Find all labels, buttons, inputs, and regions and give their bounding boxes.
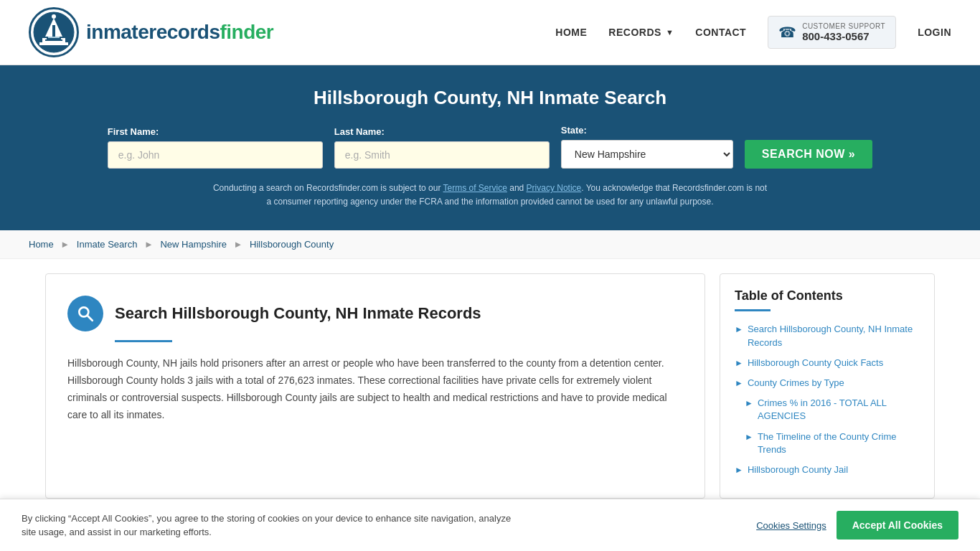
- main-nav: HOME RECORDS ▼ CONTACT ☎ CUSTOMER SUPPOR…: [555, 16, 951, 49]
- logo-text: inmaterecordsfinder: [86, 21, 273, 44]
- article-body: Hillsborough County, NH jails hold priso…: [67, 355, 683, 423]
- toc-item-timeline[interactable]: ► The Timeline of the County Crime Trend…: [745, 430, 920, 456]
- support-label: CUSTOMER SUPPORT: [802, 22, 885, 30]
- main-content: Search Hillsborough County, NH Inmate Re…: [31, 273, 949, 499]
- breadcrumb-hillsborough: Hillsborough County: [250, 239, 334, 250]
- svg-rect-6: [47, 38, 61, 39]
- article-title-underline: [115, 340, 172, 342]
- nav-login[interactable]: LOGIN: [918, 27, 951, 38]
- toc-box: Table of Contents ► Search Hillsborough …: [720, 273, 935, 499]
- sidebar: Table of Contents ► Search Hillsborough …: [720, 273, 935, 499]
- search-button[interactable]: SEARCH NOW »: [745, 140, 872, 169]
- site-header: inmaterecordsfinder HOME RECORDS ▼ CONTA…: [0, 0, 980, 65]
- nav-home[interactable]: HOME: [555, 27, 587, 38]
- breadcrumb: Home ► Inmate Search ► New Hampshire ► H…: [0, 230, 980, 259]
- chevron-right-icon-6: ►: [735, 465, 743, 475]
- svg-line-10: [88, 316, 93, 321]
- headset-icon: ☎: [778, 24, 796, 41]
- svg-rect-5: [48, 37, 60, 38]
- first-name-label: First Name:: [108, 126, 323, 137]
- toc-item-crimes-2016[interactable]: ► Crimes % in 2016 - TOTAL ALL AGENCIES: [745, 397, 920, 423]
- hero-section: Hillsborough County, NH Inmate Search Fi…: [0, 65, 980, 230]
- chevron-down-icon: ▼: [666, 28, 674, 37]
- nav-contact[interactable]: CONTACT: [695, 27, 746, 38]
- article-title: Search Hillsborough County, NH Inmate Re…: [115, 304, 481, 323]
- article-header: Search Hillsborough County, NH Inmate Re…: [67, 296, 683, 331]
- toc-item-search[interactable]: ► Search Hillsborough County, NH Inmate …: [735, 323, 920, 349]
- toc-item-jail[interactable]: ► Hillsborough County Jail: [735, 463, 920, 476]
- last-name-input[interactable]: [334, 141, 550, 169]
- last-name-group: Last Name:: [334, 126, 550, 169]
- cookie-buttons: Cookies Settings Accept All Cookies: [756, 511, 958, 513]
- tos-link[interactable]: Terms of Service: [443, 183, 507, 193]
- customer-support-box: ☎ CUSTOMER SUPPORT 800-433-0567: [768, 16, 896, 49]
- search-form: First Name: Last Name: State: New Hampsh…: [29, 125, 951, 169]
- chevron-right-icon-3: ►: [735, 378, 743, 388]
- cookie-text: By clicking “Accept All Cookies”, you ag…: [22, 512, 524, 514]
- chevron-right-icon-2: ►: [735, 358, 743, 368]
- cookie-banner: By clicking “Accept All Cookies”, you ag…: [0, 499, 980, 513]
- chevron-right-icon: ►: [735, 324, 743, 334]
- last-name-label: Last Name:: [334, 126, 550, 137]
- svg-point-8: [52, 14, 56, 19]
- chevron-right-icon-5: ►: [745, 432, 753, 442]
- svg-rect-7: [45, 39, 62, 41]
- logo-icon: [29, 7, 79, 57]
- first-name-input[interactable]: [108, 141, 323, 169]
- first-name-group: First Name:: [108, 126, 323, 169]
- toc-title: Table of Contents: [735, 288, 920, 303]
- state-label: State:: [561, 125, 733, 136]
- hero-disclaimer: Conducting a search on Recordsfinder.com…: [210, 182, 770, 209]
- toc-link-crimes-2016[interactable]: Crimes % in 2016 - TOTAL ALL AGENCIES: [758, 397, 920, 423]
- breadcrumb-new-hampshire[interactable]: New Hampshire: [160, 239, 226, 250]
- state-select[interactable]: New Hampshire Alabama Alaska Arizona Cal…: [561, 140, 733, 169]
- svg-rect-2: [39, 42, 68, 45]
- toc-link-quick-facts[interactable]: Hillsborough County Quick Facts: [748, 357, 883, 369]
- toc-item-crimes-type[interactable]: ► County Crimes by Type: [735, 377, 920, 390]
- nav-records[interactable]: RECORDS ▼: [608, 27, 674, 38]
- state-group: State: New Hampshire Alabama Alaska Ariz…: [561, 125, 733, 169]
- toc-link-crimes-type[interactable]: County Crimes by Type: [748, 377, 844, 390]
- toc-link-timeline[interactable]: The Timeline of the County Crime Trends: [758, 430, 920, 456]
- breadcrumb-home[interactable]: Home: [29, 239, 54, 250]
- toc-link-jail[interactable]: Hillsborough County Jail: [748, 463, 848, 476]
- search-icon-circle: [67, 296, 103, 331]
- privacy-link[interactable]: Privacy Notice: [527, 183, 582, 193]
- accept-cookies-button[interactable]: Accept All Cookies: [837, 511, 958, 513]
- hero-title: Hillsborough County, NH Inmate Search: [29, 87, 951, 109]
- toc-divider: [735, 309, 771, 311]
- chevron-right-icon-4: ►: [745, 398, 753, 408]
- logo-area: inmaterecordsfinder: [29, 7, 273, 57]
- breadcrumb-sep-2: ►: [144, 239, 154, 250]
- article: Search Hillsborough County, NH Inmate Re…: [45, 273, 705, 499]
- breadcrumb-sep-1: ►: [60, 239, 70, 250]
- breadcrumb-sep-3: ►: [234, 239, 243, 250]
- svg-rect-4: [52, 25, 55, 37]
- toc-item-quick-facts[interactable]: ► Hillsborough County Quick Facts: [735, 357, 920, 369]
- breadcrumb-inmate-search[interactable]: Inmate Search: [77, 239, 138, 250]
- toc-link-search[interactable]: Search Hillsborough County, NH Inmate Re…: [748, 323, 920, 349]
- support-phone[interactable]: 800-433-0567: [802, 30, 885, 42]
- search-icon: [76, 304, 95, 323]
